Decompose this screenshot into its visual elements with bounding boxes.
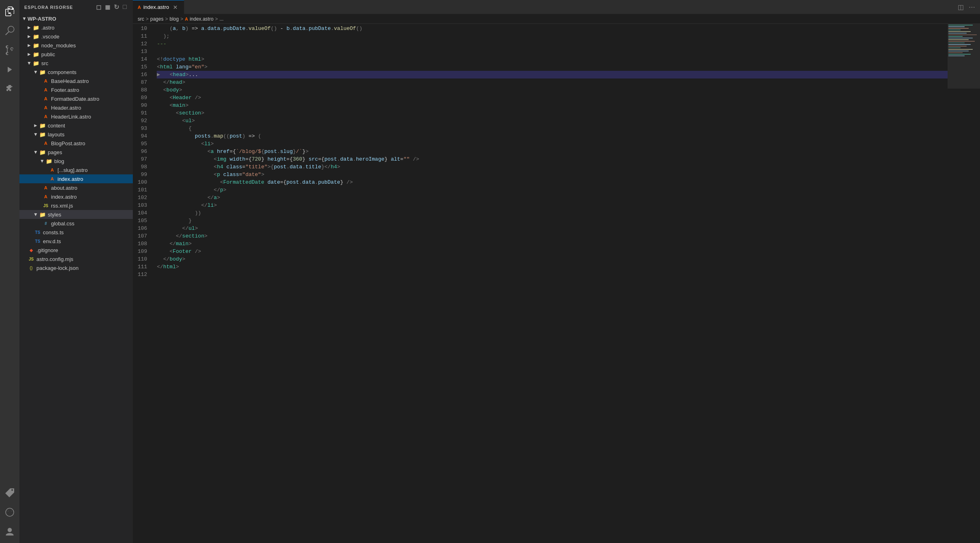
ts-file-icon: TS bbox=[34, 230, 41, 235]
code-line-90: <main> bbox=[157, 102, 948, 109]
code-line-108: </main> bbox=[157, 240, 948, 248]
activity-icon-remote[interactable] bbox=[2, 485, 18, 501]
activity-icon-github[interactable] bbox=[2, 504, 18, 520]
code-line-12: --- bbox=[157, 40, 948, 48]
code-line-10: (a, b) => a.data.pubDate.valueOf() - b.d… bbox=[157, 25, 948, 32]
tree-item-blog[interactable]: ▼ 📁 blog bbox=[19, 157, 133, 165]
folder-icon: 📁 bbox=[39, 123, 46, 129]
tree-label-pages: pages bbox=[48, 149, 62, 155]
breadcrumb-sep2: > bbox=[165, 16, 168, 22]
tree-item-src[interactable]: ▼ 📁 src bbox=[19, 59, 133, 68]
sidebar-title: ESPLORA RISORSE bbox=[24, 5, 73, 10]
editor-area: A index.astro ✕ ◫ ⋯ src > pages > blog >… bbox=[133, 0, 980, 543]
tree-item-rss[interactable]: JS rss.xml.js bbox=[19, 201, 133, 210]
code-line-111: </html> bbox=[157, 263, 948, 271]
split-editor-icon[interactable]: ◫ bbox=[956, 2, 965, 12]
tree-item-blogpost[interactable]: A BlogPost.astro bbox=[19, 139, 133, 148]
folder-icon: 📁 bbox=[39, 69, 46, 75]
tree-item-basehead[interactable]: A BaseHead.astro bbox=[19, 76, 133, 85]
breadcrumb-src[interactable]: src bbox=[138, 16, 144, 22]
activity-icon-search[interactable] bbox=[2, 23, 18, 39]
folder-icon: 📁 bbox=[32, 42, 40, 49]
svg-point-0 bbox=[6, 508, 14, 516]
breadcrumb-blog[interactable]: blog bbox=[170, 16, 179, 22]
css-file-icon: # bbox=[42, 221, 49, 226]
tree-item-vscode[interactable]: ► 📁 .vscode bbox=[19, 32, 133, 41]
minimap-svg bbox=[948, 24, 980, 543]
tree-item-consts[interactable]: TS consts.ts bbox=[19, 228, 133, 237]
activity-bar bbox=[0, 0, 19, 543]
astro-file-icon: A bbox=[49, 168, 56, 172]
tree-item-envd[interactable]: TS env.d.ts bbox=[19, 237, 133, 246]
tree-label-public: public bbox=[41, 51, 55, 57]
code-line-98: <h4 class="title">{post.data.title}</h4> bbox=[157, 163, 948, 171]
activity-icon-account[interactable] bbox=[2, 524, 18, 540]
tree-item-astroconfig[interactable]: JS astro.config.mjs bbox=[19, 255, 133, 263]
tree-item-headerlink[interactable]: A HeaderLink.astro bbox=[19, 112, 133, 121]
refresh-icon[interactable]: ↻ bbox=[113, 2, 120, 12]
folder-icon: 📁 bbox=[32, 25, 40, 31]
new-file-icon[interactable]: ◻ bbox=[95, 2, 102, 12]
tab-index-astro[interactable]: A index.astro ✕ bbox=[133, 0, 184, 14]
breadcrumb-file[interactable]: index.astro bbox=[190, 16, 213, 22]
tree-arrow: ▼ bbox=[32, 212, 39, 217]
tree-item-gitignore[interactable]: ◆ .gitignore bbox=[19, 246, 133, 255]
tree-item-footer[interactable]: A Footer.astro bbox=[19, 85, 133, 94]
tree-label-index-pages: index.astro bbox=[51, 194, 77, 200]
activity-icon-source-control[interactable] bbox=[2, 42, 18, 58]
tree-label-blog: blog bbox=[54, 158, 64, 164]
tree-item-styles[interactable]: ▼ 📁 styles bbox=[19, 210, 133, 219]
tree-item-formatteddate[interactable]: A FormattedDate.astro bbox=[19, 94, 133, 103]
tree-item-packagelock[interactable]: {} package-lock.json bbox=[19, 263, 133, 272]
tree-item-pages[interactable]: ▼ 📁 pages bbox=[19, 148, 133, 157]
breadcrumb-ellipsis[interactable]: ... bbox=[219, 16, 224, 22]
tree-label-blogpost: BlogPost.astro bbox=[51, 140, 85, 146]
breadcrumb-sep1: > bbox=[146, 16, 149, 22]
new-folder-icon[interactable]: ◼ bbox=[104, 2, 111, 12]
astro-file-icon: A bbox=[49, 176, 56, 181]
tree-arrow: ► bbox=[32, 123, 39, 128]
folder-icon: 📁 bbox=[39, 149, 46, 155]
tree-arrow: ▼ bbox=[32, 149, 39, 155]
tab-close-button[interactable]: ✕ bbox=[172, 4, 179, 11]
tree-item-astro[interactable]: ► 📁 .astro bbox=[19, 23, 133, 32]
astro-file-icon: A bbox=[42, 87, 49, 92]
tree-item-node-modules[interactable]: ► 📁 node_modules bbox=[19, 41, 133, 50]
svg-rect-1 bbox=[948, 24, 980, 543]
code-line-87: </head> bbox=[157, 78, 948, 86]
tree-item-layouts[interactable]: ▼ 📁 layouts bbox=[19, 130, 133, 139]
sidebar-header: ESPLORA RISORSE ◻ ◼ ↻ □ bbox=[19, 0, 133, 14]
tree-item-slug[interactable]: A [...slug].astro bbox=[19, 165, 133, 174]
breadcrumb: src > pages > blog > A index.astro > ... bbox=[133, 14, 980, 24]
ts-file-icon: TS bbox=[34, 239, 41, 244]
tree-item-content[interactable]: ► 📁 content bbox=[19, 121, 133, 130]
code-line-103: </li> bbox=[157, 202, 948, 209]
tree-item-header[interactable]: A Header.astro bbox=[19, 103, 133, 112]
code-content[interactable]: (a, b) => a.data.pubDate.valueOf() - b.d… bbox=[150, 24, 948, 543]
activity-icon-extensions[interactable] bbox=[2, 81, 18, 97]
sidebar-tree: ▼ WP-ASTRO ► 📁 .astro ► 📁 .vscode ► 📁 no… bbox=[19, 14, 133, 543]
collapse-icon[interactable]: □ bbox=[122, 2, 128, 12]
tree-label-components: components bbox=[48, 69, 77, 75]
tree-item-index-blog[interactable]: A index.astro bbox=[19, 174, 133, 183]
more-actions-icon[interactable]: ⋯ bbox=[967, 2, 977, 12]
activity-icon-run[interactable] bbox=[2, 62, 18, 78]
tree-item-components[interactable]: ▼ 📁 components bbox=[19, 68, 133, 76]
astro-file-icon: A bbox=[42, 141, 49, 146]
folder-icon: 📁 bbox=[39, 212, 46, 218]
breadcrumb-pages[interactable]: pages bbox=[150, 16, 164, 22]
tree-label-basehead: BaseHead.astro bbox=[51, 78, 89, 84]
tree-root-wp-astro[interactable]: ▼ WP-ASTRO bbox=[19, 14, 133, 23]
activity-icon-files[interactable] bbox=[2, 3, 18, 19]
tree-item-public[interactable]: ► 📁 public bbox=[19, 50, 133, 59]
tree-label-header: Header.astro bbox=[51, 105, 81, 111]
tree-root-label: WP-ASTRO bbox=[28, 16, 56, 22]
code-line-11: ); bbox=[157, 32, 948, 40]
code-line-97: <img width={720} height={360} src={post.… bbox=[157, 155, 948, 163]
astro-file-icon: A bbox=[42, 185, 49, 190]
tree-item-globalcss[interactable]: # global.css bbox=[19, 219, 133, 228]
tree-item-index-pages[interactable]: A index.astro bbox=[19, 192, 133, 201]
tree-item-about[interactable]: A about.astro bbox=[19, 183, 133, 192]
code-editor[interactable]: 10 11 12 13 14 15 16 87 88 89 90 91 92 9… bbox=[133, 24, 980, 543]
tree-arrow: ▼ bbox=[26, 60, 32, 66]
